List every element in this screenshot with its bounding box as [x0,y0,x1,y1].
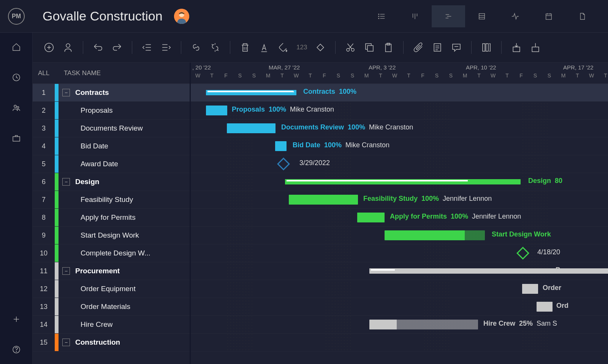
task-name: Order Equipment [75,285,136,293]
gantt-row[interactable]: Feasibility Study100%Jennifer Lennon [191,191,608,209]
outdent-icon[interactable] [140,40,154,55]
task-bar[interactable] [385,230,485,240]
fill-color-icon[interactable] [276,40,290,55]
task-row[interactable]: 10Complete Design W... [33,244,190,262]
attachment-icon[interactable] [411,40,426,55]
summary-bar[interactable] [206,90,296,95]
gantt-row[interactable]: Start Design Work [191,227,608,244]
view-activity-icon[interactable] [499,5,532,27]
task-row[interactable]: 14Hire Crew [33,316,190,334]
task-list-header: ALL TASK NAME [33,63,190,84]
import-icon[interactable] [509,40,524,55]
task-bar[interactable] [369,320,478,329]
cut-icon[interactable] [343,40,358,55]
gantt-row[interactable]: Contracts100% [191,84,608,102]
color-strip [55,191,59,208]
col-task-name[interactable]: TASK NAME [59,69,101,77]
paste-icon[interactable] [381,40,396,55]
gantt-row[interactable]: Ord [191,298,608,316]
gantt-row[interactable]: 4/18/20 [191,244,608,262]
task-row[interactable]: 8Apply for Permits [33,209,190,227]
task-bar[interactable] [537,302,553,312]
export-icon[interactable] [528,40,543,55]
task-row[interactable]: 11−Procurement [33,262,190,280]
gantt-row[interactable]: Order [191,280,608,298]
month-label: MAR, 27 '22 [269,64,300,71]
delete-icon[interactable] [238,40,252,55]
task-name: Award Date [75,160,118,168]
team-icon[interactable] [11,102,22,113]
add-icon[interactable] [11,314,22,325]
color-strip [55,244,59,262]
home-icon[interactable] [11,42,22,52]
task-bar[interactable] [275,141,287,151]
gantt-row[interactable]: Apply for Permits100%Jennifer Lennon [191,209,608,227]
view-sheet-icon[interactable] [465,5,499,27]
user-avatar[interactable] [174,9,189,24]
milestone-marker[interactable] [277,158,290,170]
collapse-toggle[interactable]: − [62,339,70,346]
milestone-icon[interactable] [313,40,328,55]
link-icon[interactable] [189,40,203,55]
gantt-row[interactable]: Design80 [191,173,608,191]
gantt-row[interactable]: Hire Crew25%Sam S [191,316,608,334]
app-logo[interactable]: PM [0,0,33,33]
task-row[interactable]: 5Award Date [33,155,190,173]
color-strip [55,280,59,298]
summary-bar[interactable] [285,179,521,184]
gantt-panel[interactable]: , 20 '22 MAR, 27 '22APR, 3 '22APR, 10 '2… [191,63,608,364]
task-row[interactable]: 4Bid Date [33,137,190,155]
task-row[interactable]: 9Start Design Work [33,227,190,244]
task-bar[interactable] [206,106,227,115]
redo-icon[interactable] [110,40,124,55]
task-row[interactable]: 13Order Materials [33,298,190,316]
collapse-toggle[interactable]: − [62,89,70,96]
task-bar[interactable] [289,195,358,205]
clock-icon[interactable] [11,72,22,83]
day-label: T [205,72,219,84]
svg-rect-53 [483,44,485,51]
view-board-icon[interactable] [398,5,432,27]
unlink-icon[interactable] [208,40,222,55]
col-all[interactable]: ALL [33,69,55,77]
svg-rect-17 [546,14,552,19]
task-row[interactable]: 12Order Equipment [33,280,190,298]
collapse-toggle[interactable]: − [62,178,70,186]
gantt-row[interactable]: Documents Review100%Mike Cranston [191,120,608,137]
task-bar[interactable] [227,123,276,133]
gantt-row[interactable]: Bid Date100%Mike Cranston [191,137,608,155]
color-strip [55,102,59,119]
help-icon[interactable] [11,344,22,355]
notes-icon[interactable] [430,40,445,55]
view-list-icon[interactable] [365,5,398,27]
copy-icon[interactable] [362,40,377,55]
assign-icon[interactable] [61,40,75,55]
columns-icon[interactable] [479,40,494,55]
briefcase-icon[interactable] [11,133,22,143]
indent-icon[interactable] [159,40,173,55]
task-row[interactable]: 3Documents Review [33,120,190,137]
undo-icon[interactable] [91,40,105,55]
color-strip [55,209,59,226]
view-calendar-icon[interactable] [532,5,565,27]
collapse-toggle[interactable]: − [62,267,70,275]
milestone-marker[interactable] [516,247,529,260]
task-row[interactable]: 6−Design [33,173,190,191]
gantt-row[interactable]: Pro [191,262,608,280]
task-bar[interactable] [522,284,538,294]
task-bar[interactable] [357,213,385,222]
gantt-row[interactable]: 3/29/2022 [191,155,608,173]
comment-icon[interactable] [449,40,464,55]
text-color-icon[interactable] [257,40,271,55]
summary-bar[interactable] [369,268,608,274]
task-row[interactable]: 15−Construction [33,334,190,351]
add-task-icon[interactable] [42,40,56,55]
task-row[interactable]: 1−Contracts [33,84,190,102]
gantt-row[interactable] [191,334,608,351]
task-row[interactable]: 2Proposals [33,102,190,120]
task-row[interactable]: 7Feasibility Study [33,191,190,209]
gantt-row[interactable]: Proposals100%Mike Cranston [191,102,608,120]
view-files-icon[interactable] [565,5,599,27]
task-number: 4 [33,142,55,150]
view-gantt-icon[interactable] [432,5,465,27]
